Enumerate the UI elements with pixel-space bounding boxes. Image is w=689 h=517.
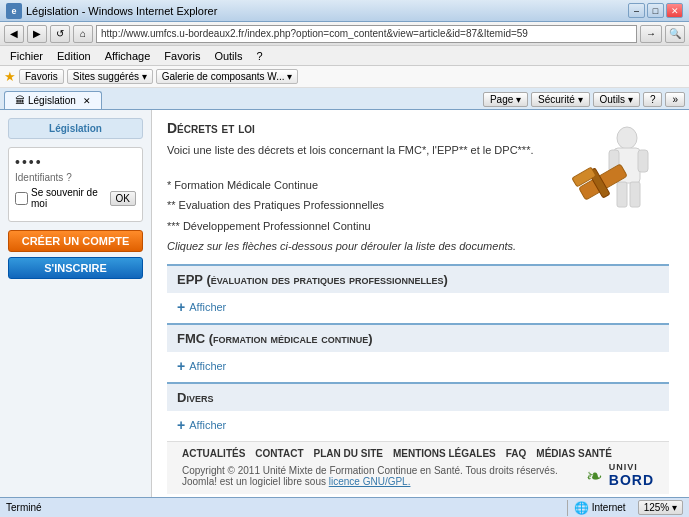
back-button[interactable]: ◀ bbox=[4, 25, 24, 43]
favorites-icon: ★ bbox=[4, 69, 16, 84]
fmc-expand-link[interactable]: + Afficher bbox=[177, 358, 659, 374]
nav-toolbar: ◀ ▶ ↺ ⌂ http://www.umfcs.u-bordeaux2.fr/… bbox=[0, 22, 689, 46]
footer-faq[interactable]: FAQ bbox=[506, 448, 527, 459]
footer-contact[interactable]: CONTACT bbox=[255, 448, 303, 459]
zone-label: 🌐 Internet bbox=[567, 500, 632, 516]
footer: ACTUALITÉS CONTACT PLAN DU SITE MENTIONS… bbox=[167, 441, 669, 494]
tab-label: Législation bbox=[28, 95, 76, 106]
epp-title: EPP (évaluation des pratiques profession… bbox=[177, 272, 448, 287]
tab-close-icon[interactable]: ✕ bbox=[83, 96, 91, 106]
footer-actualites[interactable]: ACTUALITÉS bbox=[182, 448, 245, 459]
logo-leaves-icon: ❧ bbox=[586, 464, 603, 488]
sidebar-logo: Législation bbox=[8, 118, 143, 139]
address-bar[interactable]: http://www.umfcs.u-bordeaux2.fr/index.ph… bbox=[96, 25, 637, 43]
license-link[interactable]: licence GNU/GPL. bbox=[329, 476, 411, 487]
joomla-text: Joomla! est un logiciel libre sous licen… bbox=[182, 476, 558, 487]
footer-plan-site[interactable]: PLAN DU SITE bbox=[313, 448, 382, 459]
refresh-button[interactable]: ↺ bbox=[50, 25, 70, 43]
favorites-bar: ★ Favoris Sites suggérés ▾ Galerie de co… bbox=[0, 66, 689, 88]
footer-links: ACTUALITÉS CONTACT PLAN DU SITE MENTIONS… bbox=[182, 448, 654, 459]
login-box: •••• Identifiants ? Se souvenir de moi O… bbox=[8, 147, 143, 222]
menu-edition[interactable]: Edition bbox=[51, 48, 97, 64]
epp-body: + Afficher bbox=[167, 293, 669, 321]
status-right: 🌐 Internet 125% ▾ bbox=[567, 500, 683, 516]
divers-expand-link[interactable]: + Afficher bbox=[177, 417, 659, 433]
judge-illustration bbox=[559, 120, 669, 210]
security-button[interactable]: Sécurité ▾ bbox=[531, 92, 589, 107]
hero-image bbox=[559, 120, 669, 210]
close-button[interactable]: ✕ bbox=[666, 3, 683, 18]
title-bar: e Législation - Windows Internet Explore… bbox=[0, 0, 689, 22]
address-text: http://www.umfcs.u-bordeaux2.fr/index.ph… bbox=[101, 28, 528, 39]
footer-mentions[interactable]: MENTIONS LÉGALES bbox=[393, 448, 496, 459]
forward-button[interactable]: ▶ bbox=[27, 25, 47, 43]
svg-point-0 bbox=[617, 127, 637, 149]
menu-bar: Fichier Edition Affichage Favoris Outils… bbox=[0, 46, 689, 66]
umfcs-logo: ❧ bbox=[586, 464, 603, 488]
login-identifiants-label: Identifiants ? bbox=[15, 172, 136, 183]
fmc-expand-label: Afficher bbox=[189, 360, 226, 372]
hero-intro: Voici une liste des décrets et lois conc… bbox=[167, 142, 559, 159]
footer-medias[interactable]: MÉDIAS SANTÉ bbox=[536, 448, 612, 459]
help-toolbar-button[interactable]: ? bbox=[643, 92, 663, 107]
page-title: Décrets et loi bbox=[167, 120, 559, 136]
divers-body: + Afficher bbox=[167, 411, 669, 439]
menu-favoris[interactable]: Favoris bbox=[158, 48, 206, 64]
tab-favicon: 🏛 bbox=[15, 95, 25, 106]
tools-button[interactable]: Outils ▾ bbox=[593, 92, 640, 107]
login-password-dots: •••• bbox=[15, 154, 136, 170]
go-button[interactable]: → bbox=[640, 25, 662, 43]
divers-section: Divers + Afficher bbox=[167, 382, 669, 439]
subscribe-button[interactable]: S'inscrire bbox=[8, 257, 143, 279]
tab-tools: Page ▾ Sécurité ▾ Outils ▾ ? » bbox=[483, 92, 685, 109]
hero-text: Décrets et loi Voici une liste des décre… bbox=[167, 120, 559, 252]
browser-icon: e bbox=[6, 3, 22, 19]
epp-plus-icon: + bbox=[177, 299, 185, 315]
create-account-button[interactable]: Créer un compte bbox=[8, 230, 143, 252]
zoom-level: 125% bbox=[644, 502, 670, 513]
status-bar: Terminé 🌐 Internet 125% ▾ bbox=[0, 497, 689, 517]
epp-expand-label: Afficher bbox=[189, 301, 226, 313]
page-button[interactable]: Page ▾ bbox=[483, 92, 528, 107]
note-fmc: * Formation Médicale Continue bbox=[167, 177, 559, 194]
gallery-button[interactable]: Galerie de composants W... ▾ bbox=[156, 69, 299, 84]
menu-aide[interactable]: ? bbox=[251, 48, 269, 64]
cta-text: Cliquez sur les flèches ci-dessous pour … bbox=[167, 240, 559, 252]
status-text: Terminé bbox=[6, 502, 559, 513]
note-dpc: *** Développement Professionnel Continu bbox=[167, 218, 559, 235]
home-button[interactable]: ⌂ bbox=[73, 25, 93, 43]
globe-icon: 🌐 bbox=[574, 501, 589, 515]
menu-fichier[interactable]: Fichier bbox=[4, 48, 49, 64]
divers-expand-label: Afficher bbox=[189, 419, 226, 431]
remember-checkbox[interactable] bbox=[15, 192, 28, 205]
svg-rect-3 bbox=[638, 150, 648, 172]
svg-rect-5 bbox=[630, 182, 640, 207]
ok-button[interactable]: OK bbox=[110, 191, 136, 206]
fmc-section: FMC (formation médicale continue) + Affi… bbox=[167, 323, 669, 380]
maximize-button[interactable]: □ bbox=[647, 3, 664, 18]
copyright-text: Copyright © 2011 Unité Mixte de Formatio… bbox=[182, 465, 558, 476]
expand-toolbar-button[interactable]: » bbox=[665, 92, 685, 107]
main-tab[interactable]: 🏛 Législation ✕ bbox=[4, 91, 102, 109]
zoom-button[interactable]: 125% ▾ bbox=[638, 500, 683, 515]
suggested-sites-button[interactable]: Sites suggérés ▾ bbox=[67, 69, 153, 84]
search-button[interactable]: 🔍 bbox=[665, 25, 685, 43]
fmc-body: + Afficher bbox=[167, 352, 669, 380]
remember-row: Se souvenir de moi OK bbox=[15, 187, 136, 209]
fmc-title: FMC (formation médicale continue) bbox=[177, 331, 372, 346]
svg-rect-4 bbox=[617, 182, 627, 207]
menu-affichage[interactable]: Affichage bbox=[99, 48, 157, 64]
logo-text: UNIVI BORD bbox=[609, 463, 654, 488]
minimize-button[interactable]: – bbox=[628, 3, 645, 18]
menu-outils[interactable]: Outils bbox=[208, 48, 248, 64]
favorites-button[interactable]: Favoris bbox=[19, 69, 64, 84]
window-controls: – □ ✕ bbox=[628, 3, 683, 18]
note-epp: ** Evaluation des Pratiques Professionne… bbox=[167, 197, 559, 214]
epp-expand-link[interactable]: + Afficher bbox=[177, 299, 659, 315]
hero-section: Décrets et loi Voici une liste des décre… bbox=[167, 120, 669, 252]
window-title: Législation - Windows Internet Explorer bbox=[26, 5, 217, 17]
logo-bord-text: BORD bbox=[609, 473, 654, 488]
epp-section: EPP (évaluation des pratiques profession… bbox=[167, 264, 669, 321]
fmc-plus-icon: + bbox=[177, 358, 185, 374]
umfcs-logo-footer: ❧ UNIVI BORD bbox=[586, 463, 654, 488]
